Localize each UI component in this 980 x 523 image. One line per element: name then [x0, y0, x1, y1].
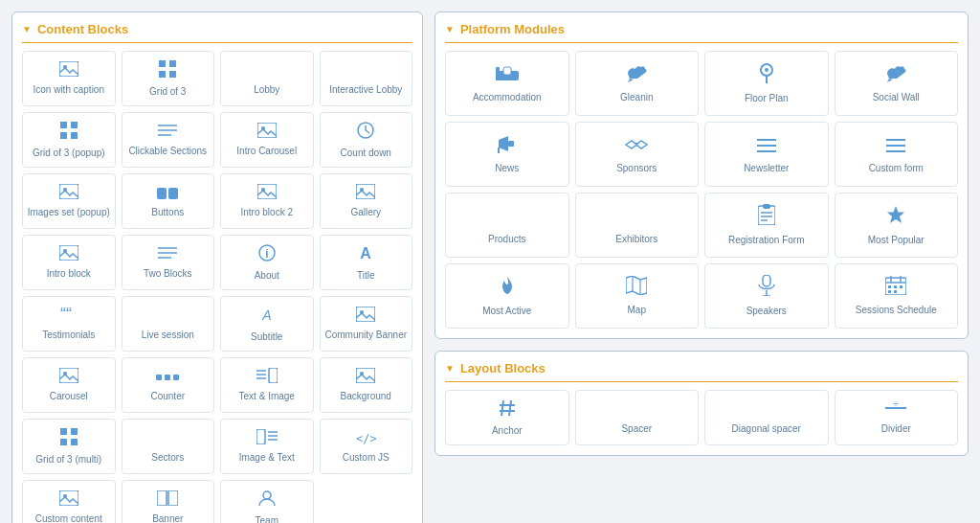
info-icon: i	[257, 243, 277, 268]
handshake-icon	[625, 134, 648, 159]
block-item-custom-form[interactable]: Custom form	[835, 122, 959, 187]
block-item-subtitle[interactable]: ASubtitle	[220, 296, 314, 352]
block-item-exhibitors[interactable]: Exhibitors	[575, 193, 700, 258]
subtitle-icon: A	[257, 305, 277, 330]
block-label: Testimonials	[42, 330, 95, 341]
block-item-live-session[interactable]: Live session	[122, 296, 215, 352]
block-item-social-wall[interactable]: Social Wall	[835, 51, 959, 116]
block-item-most-popular[interactable]: Most Popular	[835, 193, 959, 258]
block-item-news[interactable]: News	[445, 122, 569, 187]
block-item-intro-block-2[interactable]: Intro block 2	[220, 173, 314, 229]
banner-icon	[157, 490, 178, 512]
block-item-buttons[interactable]: Buttons	[122, 173, 215, 229]
svg-rect-26	[59, 245, 78, 261]
block-item-banner[interactable]: Banner	[122, 480, 215, 523]
block-item-images-set-popup[interactable]: Images set (popup)	[22, 173, 116, 229]
block-item-two-blocks[interactable]: Two Blocks	[122, 235, 215, 290]
block-item-carousel[interactable]: Carousel	[22, 357, 116, 413]
block-item-background[interactable]: Background	[320, 357, 413, 413]
divider-icon: ÷	[885, 400, 906, 421]
svg-text:÷: ÷	[894, 400, 900, 409]
svg-rect-99	[894, 290, 897, 293]
right-panels: ▼ Platform Modules AccommodationGleaninF…	[434, 11, 969, 523]
svg-rect-52	[71, 439, 78, 445]
block-item-diagonal-spacer[interactable]: Diagonal spacer	[704, 390, 829, 445]
svg-rect-53	[256, 429, 265, 444]
block-item-counter[interactable]: Counter	[122, 357, 215, 413]
block-item-image--text[interactable]: Image & Text	[220, 419, 314, 474]
block-label: Social Wall	[873, 92, 920, 103]
block-item-community-banner[interactable]: Community Banner	[320, 296, 413, 352]
block-item-about[interactable]: iAbout	[220, 235, 314, 290]
block-item-registration-form[interactable]: Registration Form	[704, 193, 829, 258]
block-item-sponsors[interactable]: Sponsors	[575, 122, 700, 187]
block-item-products[interactable]: Products	[445, 193, 569, 258]
block-label: Most Active	[482, 306, 531, 317]
block-item-team[interactable]: Team	[220, 480, 314, 523]
img-icon	[257, 184, 277, 205]
svg-rect-5	[169, 71, 176, 78]
block-item-title[interactable]: ATitle	[320, 235, 413, 290]
svg-text:A: A	[360, 245, 371, 262]
block-item-grid-of-3-multi[interactable]: Grid of 3 (multi)	[22, 419, 116, 474]
block-item-icon-with-caption[interactable]: Icon with caption	[22, 51, 116, 106]
code-icon: </>	[355, 429, 376, 450]
svg-rect-20	[157, 188, 167, 199]
svg-rect-70	[508, 141, 514, 147]
svg-point-67	[765, 68, 768, 72]
clock-icon	[356, 121, 375, 146]
block-item-intro-block[interactable]: Intro block	[22, 235, 116, 290]
block-label: Grid of 3 (multi)	[35, 454, 101, 466]
block-item-spacer[interactable]: Spacer	[575, 390, 700, 445]
block-item-text--image[interactable]: Text & Image	[220, 357, 314, 413]
block-label: Speakers	[746, 306, 787, 317]
imgtext-icon	[256, 429, 278, 450]
block-label: Grid of 3	[149, 86, 186, 98]
block-label: Gleanin	[620, 92, 653, 103]
block-item-grid-of-3[interactable]: Grid of 3	[122, 51, 215, 106]
block-label: Buttons	[151, 207, 184, 218]
block-item-custom-js[interactable]: </>Custom JS	[320, 419, 413, 474]
block-item-most-active[interactable]: Most Active	[445, 263, 569, 329]
block-item-newsletter[interactable]: Newsletter	[704, 122, 829, 187]
block-item-interactive-lobby[interactable]: Interactive Lobby	[320, 51, 413, 106]
block-item-grid-of-3-popup[interactable]: Grid of 3 (popup)	[22, 112, 116, 168]
block-label: Carousel	[50, 391, 88, 402]
svg-rect-97	[900, 285, 902, 288]
block-item-speakers[interactable]: Speakers	[704, 263, 829, 329]
block-item-sessions-schedule[interactable]: Sessions Schedule	[835, 263, 959, 329]
block-label: Grid of 3 (popup)	[33, 148, 105, 159]
svg-line-17	[366, 130, 369, 133]
block-item-clickable-sections[interactable]: Clickable Sections	[122, 112, 215, 168]
block-label: Products	[488, 234, 525, 245]
block-item-count-down[interactable]: Count down	[320, 112, 413, 168]
hash-icon	[498, 398, 517, 423]
img-icon	[59, 245, 78, 266]
block-item-map[interactable]: Map	[575, 263, 700, 329]
block-item-gallery[interactable]: Gallery	[320, 173, 413, 229]
block-label: Custom form	[869, 163, 924, 174]
block-item-testimonials[interactable]: ““Testimonials	[22, 296, 116, 352]
block-item-accommodation[interactable]: Accommodation	[445, 51, 569, 116]
text-icon	[158, 123, 177, 144]
svg-rect-18	[59, 184, 78, 199]
svg-rect-51	[60, 439, 67, 445]
block-label: Custom content	[35, 513, 102, 523]
block-item-lobby[interactable]: Lobby	[220, 51, 314, 106]
svg-rect-41	[165, 375, 170, 380]
block-item-sectors[interactable]: Sectors	[122, 419, 215, 474]
svg-text:A: A	[261, 307, 271, 323]
block-item-anchor[interactable]: Anchor	[445, 390, 569, 445]
svg-rect-60	[157, 490, 167, 506]
block-item-custom-content[interactable]: Custom content	[22, 480, 116, 523]
svg-text:i: i	[265, 247, 268, 261]
svg-rect-24	[356, 184, 375, 199]
svg-marker-84	[887, 206, 904, 223]
block-item-floor-plan[interactable]: Floor Plan	[704, 51, 829, 116]
block-item-intro-carousel[interactable]: Intro Carousel	[220, 112, 314, 168]
block-label: Most Popular	[868, 235, 924, 246]
svg-text:</>: </>	[356, 432, 376, 444]
none-icon	[158, 307, 177, 328]
block-item-divider[interactable]: ÷Divider	[835, 390, 959, 445]
block-item-gleanin[interactable]: Gleanin	[575, 51, 700, 116]
